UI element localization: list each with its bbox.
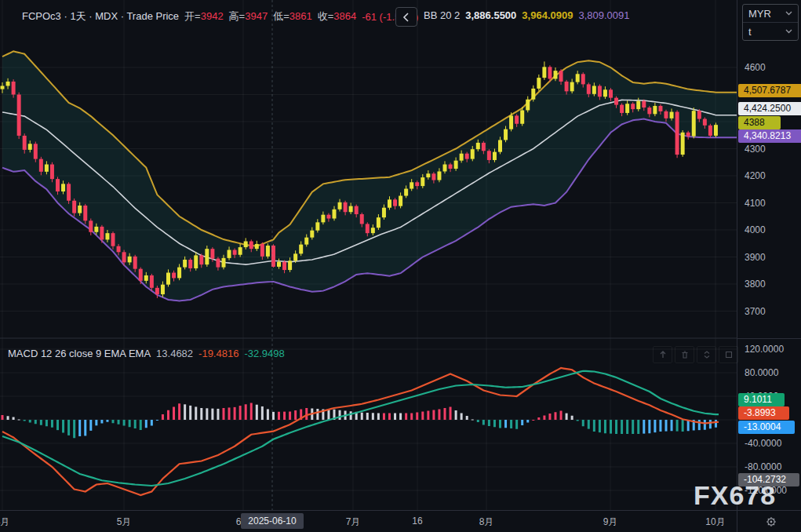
price-axis-tick: 4300 xyxy=(745,143,766,155)
last-price-badge: 4388 xyxy=(738,116,781,129)
bb-basis-badge: 4,424.2500 xyxy=(738,102,801,115)
price-axis-tick: 4600 xyxy=(745,61,766,74)
currency-value: MYR xyxy=(748,8,771,20)
macd-low-badge: -104.2732 xyxy=(738,473,799,486)
price-axis-tick: 4000 xyxy=(745,224,766,236)
low-label: 低= xyxy=(273,10,289,22)
price-scale-axis[interactable]: MYR t 4600430042004100400039003800370012… xyxy=(737,0,801,510)
unit-dropdown[interactable]: t xyxy=(743,22,798,40)
chevron-down-icon xyxy=(785,11,792,16)
axis-separator xyxy=(737,511,737,532)
move-pane-up-button[interactable] xyxy=(653,346,672,363)
candlestick-macd-plot[interactable] xyxy=(0,0,737,510)
unit-value: t xyxy=(748,26,752,38)
bb-upper-value: 3,964.0909 xyxy=(522,9,573,21)
time-axis-label: 7月 xyxy=(346,516,361,529)
price-axis-tick: 4200 xyxy=(745,169,766,182)
time-axis-label: 10月 xyxy=(705,516,725,529)
macd-hist-value: 13.4682 xyxy=(156,348,193,359)
time-axis[interactable]: 4月5月6月7月168月9月10月 2025-06-10 xyxy=(0,510,801,532)
delete-pane-button[interactable] xyxy=(675,346,694,363)
macd-axis-tick: -40.0000 xyxy=(745,437,781,450)
open-value: 3942 xyxy=(201,10,224,22)
macd-axis-tick: 120.0000 xyxy=(745,343,784,355)
currency-dropdown[interactable]: MYR xyxy=(743,5,798,22)
macd-axis-tick: -80.0000 xyxy=(745,461,781,473)
trash-icon xyxy=(680,350,690,359)
maximize-icon xyxy=(724,350,734,359)
close-value: 3864 xyxy=(333,10,356,22)
close-label: 收= xyxy=(318,10,334,22)
high-value: 3947 xyxy=(245,10,268,22)
trading-chart-window: FCPOc3 · 1天 · MDX · Trade Price 开=3942 高… xyxy=(0,0,801,532)
legend-collapse-button[interactable] xyxy=(395,7,417,27)
bb-upper-badge: 4,507.6787 xyxy=(738,84,801,97)
high-label: 高= xyxy=(229,10,246,22)
time-axis-label: 5月 xyxy=(117,516,132,529)
macd-hist-badge: -13.0004 xyxy=(738,421,795,434)
price-axis-tick: 3800 xyxy=(745,278,766,290)
chevrons-collapse-icon xyxy=(702,350,712,359)
symbol-legend: FCPOc3 · 1天 · MDX · Trade Price 开=3942 高… xyxy=(22,9,418,24)
macd-line-badge: -3.8993 xyxy=(738,406,789,420)
open-label: 开= xyxy=(184,10,201,22)
bb-lower-badge: 4,340.8213 xyxy=(738,129,801,143)
maximize-pane-button[interactable] xyxy=(719,346,738,363)
arrow-up-icon xyxy=(658,350,668,359)
bb-title[interactable]: BB 20 2 xyxy=(424,9,460,21)
macd-line-value: -19.4816 xyxy=(198,348,238,359)
macd-histogram xyxy=(2,403,717,439)
macd-pane-toolbar xyxy=(653,346,738,363)
pane-divider[interactable] xyxy=(737,338,801,339)
time-axis-label: 16 xyxy=(412,516,422,527)
macd-signal-value: -32.9498 xyxy=(244,348,284,359)
instrument-settings-icon[interactable] xyxy=(763,514,779,530)
bb-lower-value: 3,809.0091 xyxy=(578,9,629,21)
macd-axis-tick: 80.0000 xyxy=(745,366,778,379)
low-value: 3861 xyxy=(289,10,312,22)
chevron-left-icon xyxy=(402,13,410,22)
currency-unit-selector: MYR t xyxy=(742,4,799,41)
bollinger-legend: BB 20 2 3,886.5500 3,964.0909 3,809.0091 xyxy=(424,9,630,21)
collapse-pane-button[interactable] xyxy=(697,346,716,363)
time-axis-label: 8月 xyxy=(479,516,494,529)
symbol-title[interactable]: FCPOc3 · 1天 · MDX · Trade Price xyxy=(22,9,179,24)
time-axis-label: 9月 xyxy=(603,516,618,529)
chevron-down-icon xyxy=(785,29,792,34)
price-axis-tick: 3700 xyxy=(745,305,766,318)
crosshair-date-badge: 2025-06-10 xyxy=(241,513,304,529)
bb-basis-value: 3,886.5500 xyxy=(465,9,516,21)
macd-title[interactable]: MACD 12 26 close 9 EMA EMA xyxy=(8,348,151,359)
price-axis-tick: 4100 xyxy=(745,197,766,210)
macd-signal-badge: 9.1011 xyxy=(738,393,785,406)
price-axis-tick: 3900 xyxy=(745,251,766,264)
chart-canvas[interactable]: FCPOc3 · 1天 · MDX · Trade Price 开=3942 高… xyxy=(0,0,737,510)
macd-legend: MACD 12 26 close 9 EMA EMA 13.4682 -19.4… xyxy=(8,348,285,359)
time-axis-label: 4月 xyxy=(0,516,9,529)
